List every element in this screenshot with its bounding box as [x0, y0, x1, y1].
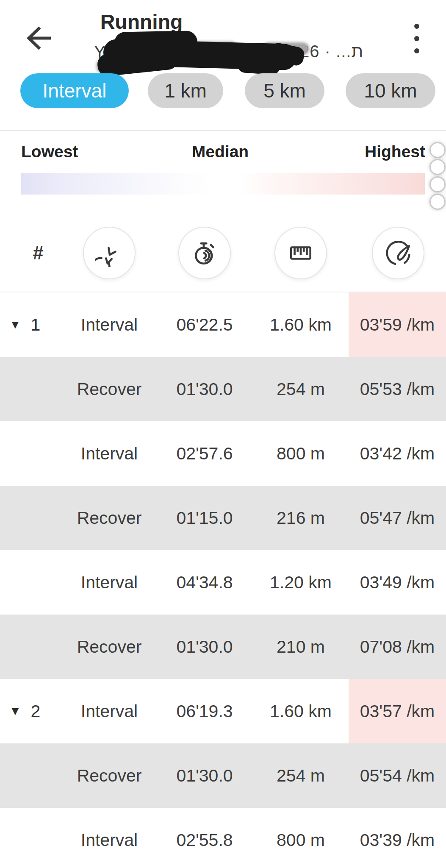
lap-distance: 216 m [277, 508, 325, 528]
lap-type: Recover [77, 508, 142, 528]
table-row[interactable]: ▼ Recover 01'30.0 254 m 05'54 /km [0, 743, 446, 808]
lap-duration: 06'22.5 [176, 315, 233, 335]
scroll-handle-dot[interactable] [429, 194, 446, 210]
lap-distance: 210 m [277, 637, 325, 657]
lap-duration: 01'30.0 [176, 379, 233, 399]
interval-number: 1 [31, 315, 41, 335]
section-divider [0, 130, 446, 131]
pace-icon [384, 239, 412, 267]
lap-duration: 02'55.8 [176, 830, 233, 850]
lap-distance: 1.20 km [270, 573, 332, 593]
lap-duration: 02'57.6 [176, 444, 233, 464]
lap-pace: 03'59 /km [360, 315, 435, 335]
back-button[interactable] [24, 22, 53, 53]
lap-table-body: ▼ 1 Interval 06'22.5 1.60 km 03'59 /km ▼… [0, 292, 446, 868]
filter-chip-1km[interactable]: 1 km [148, 73, 223, 108]
lap-distance: 254 m [277, 766, 325, 786]
duration-icon [95, 239, 123, 267]
lap-type: Recover [77, 379, 142, 399]
subtitle-visible-end: 26 · ...ת [300, 42, 363, 61]
lap-pace: 03'42 /km [360, 444, 435, 464]
lap-pace: 05'54 /km [360, 766, 435, 786]
lap-time-icon [191, 239, 219, 267]
lap-pace: 07'08 /km [360, 637, 435, 657]
workout-intervals-screen: Running Y 26 · ...ת Interval 1 km 5 km 1… [0, 0, 446, 868]
filter-chip-10km[interactable]: 10 km [346, 73, 435, 108]
lap-type: Recover [77, 637, 142, 657]
legend-highest-label: Highest [365, 142, 425, 161]
lap-pace: 05'47 /km [360, 508, 435, 528]
pace-color-scale [21, 173, 425, 195]
lap-duration: 01'30.0 [176, 766, 233, 786]
filter-chip-5km[interactable]: 5 km [245, 73, 324, 108]
table-row[interactable]: ▼ 2 Interval 06'19.3 1.60 km 03'57 /km [0, 679, 446, 743]
lap-pace: 03'57 /km [360, 701, 435, 721]
back-arrow-icon [24, 22, 53, 53]
column-header-lap-time [178, 227, 231, 279]
column-header-distance [274, 227, 327, 279]
scroll-handle-dot[interactable] [429, 176, 446, 192]
lap-type: Interval [81, 701, 138, 721]
table-row[interactable]: ▼ Recover 01'15.0 216 m 05'47 /km [0, 486, 446, 550]
lap-duration: 04'34.8 [176, 573, 233, 593]
legend-lowest-label: Lowest [21, 142, 78, 161]
lap-duration: 01'15.0 [176, 508, 233, 528]
kebab-dot [414, 48, 419, 53]
distance-icon [287, 239, 315, 267]
page-title: Running [100, 10, 183, 33]
lap-pace: 03'39 /km [360, 830, 435, 850]
table-row[interactable]: ▼ Interval 02'57.6 800 m 03'42 /km [0, 421, 446, 486]
lap-duration: 06'19.3 [176, 701, 233, 721]
table-row[interactable]: ▼ Recover 01'30.0 210 m 07'08 /km [0, 615, 446, 679]
lap-distance: 1.60 km [270, 701, 332, 721]
table-row[interactable]: ▼ Interval 02'55.8 800 m 03'39 /km [0, 808, 446, 868]
lap-type: Interval [81, 315, 138, 335]
scroll-handle-dot[interactable] [429, 142, 446, 158]
lap-distance: 254 m [277, 379, 325, 399]
lap-type: Interval [81, 444, 138, 464]
lap-distance: 800 m [277, 830, 325, 850]
expand-arrow-icon[interactable]: ▼ [9, 318, 21, 331]
lap-type: Interval [81, 573, 138, 593]
legend-median-label: Median [192, 142, 249, 161]
kebab-dot [414, 24, 419, 29]
table-row[interactable]: ▼ Interval 04'34.8 1.20 km 03'49 /km [0, 550, 446, 615]
lap-duration: 01'30.0 [176, 637, 233, 657]
lap-type: Recover [77, 766, 142, 786]
expand-arrow-icon[interactable]: ▼ [9, 704, 21, 718]
table-row[interactable]: ▼ 1 Interval 06'22.5 1.60 km 03'59 /km [0, 292, 446, 357]
interval-number: 2 [31, 701, 41, 721]
kebab-dot [414, 36, 419, 41]
column-header-duration [83, 227, 136, 279]
lap-type: Interval [81, 830, 138, 850]
column-header-index: # [33, 242, 43, 264]
scroll-handle-dot[interactable] [429, 159, 446, 175]
overflow-menu-button[interactable] [408, 24, 425, 53]
lap-distance: 1.60 km [270, 315, 332, 335]
filter-chip-interval[interactable]: Interval [20, 73, 129, 108]
table-row[interactable]: ▼ Recover 01'30.0 254 m 05'53 /km [0, 357, 446, 421]
lap-pace: 03'49 /km [360, 573, 435, 593]
lap-distance: 800 m [277, 444, 325, 464]
lap-pace: 05'53 /km [360, 379, 435, 399]
column-header-pace [372, 227, 424, 279]
